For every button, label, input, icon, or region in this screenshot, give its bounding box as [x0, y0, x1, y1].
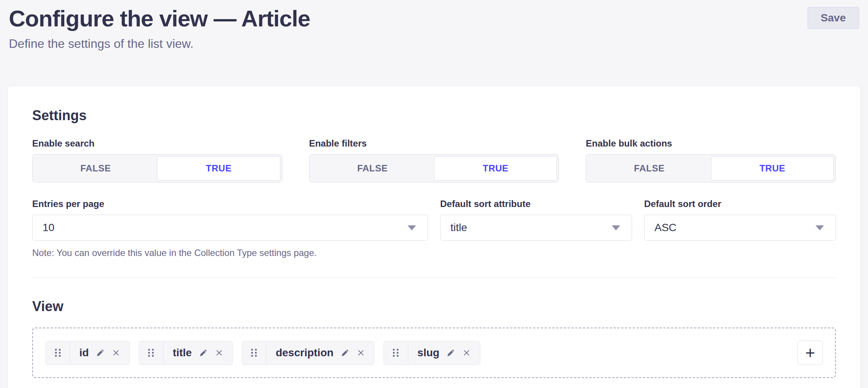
save-button[interactable]: Save: [807, 7, 859, 29]
field-pill-label: title: [173, 347, 192, 359]
drag-dots-icon: [391, 348, 400, 358]
close-icon: [215, 349, 223, 357]
section-divider: [32, 277, 836, 278]
dropdown-caret-icon: [408, 225, 416, 230]
enable-bulk-actions-true-option[interactable]: TRUE: [711, 156, 834, 181]
page-subtitle: Define the settings of the list view.: [9, 37, 310, 51]
remove-field-button[interactable]: [357, 349, 365, 357]
view-section-heading: View: [32, 298, 836, 315]
field-pill-title: title: [139, 341, 233, 365]
default-sort-attribute-value: title: [450, 222, 467, 234]
edit-field-button[interactable]: [199, 348, 208, 357]
drag-handle[interactable]: [384, 341, 408, 364]
enable-bulk-actions-toggle: FALSE TRUE: [586, 154, 836, 183]
enable-bulk-actions-field: Enable bulk actions FALSE TRUE: [586, 138, 836, 183]
view-fields-dropzone: id title: [32, 328, 836, 378]
pill-body: description: [267, 341, 374, 364]
enable-search-field: Enable search FALSE TRUE: [32, 138, 282, 183]
field-pill-label: slug: [418, 347, 440, 359]
page-header-text: Configure the view — Article Define the …: [9, 6, 310, 51]
enable-search-toggle: FALSE TRUE: [32, 154, 282, 183]
plus-icon: +: [805, 344, 815, 361]
selects-row: Entries per page 10 Note: You can overri…: [32, 199, 836, 258]
enable-filters-field: Enable filters FALSE TRUE: [309, 138, 559, 183]
pencil-icon: [96, 348, 105, 357]
default-sort-attribute-select[interactable]: title: [440, 215, 632, 241]
close-icon: [112, 349, 120, 357]
enable-bulk-actions-label: Enable bulk actions: [586, 138, 836, 149]
edit-field-button[interactable]: [341, 348, 350, 357]
entries-per-page-value: 10: [43, 222, 54, 234]
close-icon: [357, 349, 365, 357]
enable-filters-toggle: FALSE TRUE: [309, 154, 559, 183]
toggles-row: Enable search FALSE TRUE Enable filters …: [32, 138, 836, 183]
pill-body: slug: [408, 341, 480, 364]
drag-handle[interactable]: [46, 341, 70, 364]
entries-per-page-field: Entries per page 10 Note: You can overri…: [32, 199, 428, 258]
pencil-icon: [199, 348, 208, 357]
dropdown-caret-icon: [816, 225, 824, 230]
pencil-icon: [446, 348, 455, 357]
enable-filters-label: Enable filters: [309, 138, 559, 149]
drag-handle[interactable]: [139, 341, 164, 364]
edit-field-button[interactable]: [96, 348, 105, 357]
entries-per-page-note: Note: You can override this value in the…: [32, 248, 428, 258]
default-sort-order-label: Default sort order: [644, 199, 836, 209]
entries-per-page-label: Entries per page: [32, 199, 428, 209]
field-pill-slug: slug: [383, 341, 481, 365]
drag-handle[interactable]: [242, 341, 267, 364]
remove-field-button[interactable]: [112, 349, 120, 357]
page-title: Configure the view — Article: [9, 6, 310, 31]
pill-body: id: [70, 341, 129, 364]
settings-card: Settings Enable search FALSE TRUE Enable…: [8, 86, 860, 388]
enable-search-label: Enable search: [32, 138, 282, 149]
field-pill-id: id: [45, 341, 130, 365]
default-sort-attribute-label: Default sort attribute: [440, 199, 632, 209]
remove-field-button[interactable]: [462, 349, 471, 357]
enable-search-false-option[interactable]: FALSE: [34, 156, 157, 181]
entries-per-page-select[interactable]: 10: [32, 215, 428, 241]
enable-search-true-option[interactable]: TRUE: [157, 156, 280, 181]
default-sort-order-value: ASC: [655, 222, 677, 234]
edit-field-button[interactable]: [446, 348, 455, 357]
drag-dots-icon: [54, 348, 62, 358]
pill-body: title: [164, 341, 233, 364]
dropdown-caret-icon: [612, 225, 620, 230]
enable-filters-false-option[interactable]: FALSE: [311, 156, 434, 181]
settings-section-heading: Settings: [32, 108, 836, 124]
page-header: Configure the view — Article Define the …: [0, 0, 868, 51]
field-pill-label: id: [79, 347, 89, 359]
enable-filters-true-option[interactable]: TRUE: [434, 156, 557, 181]
field-pill-label: description: [276, 347, 334, 359]
default-sort-order-select[interactable]: ASC: [644, 215, 836, 241]
add-field-button[interactable]: +: [798, 341, 823, 365]
pencil-icon: [341, 348, 350, 357]
default-sort-attribute-field: Default sort attribute title: [440, 199, 632, 258]
field-pill-description: description: [242, 341, 375, 365]
close-icon: [462, 349, 471, 357]
enable-bulk-actions-false-option[interactable]: FALSE: [588, 156, 711, 181]
drag-dots-icon: [250, 348, 258, 358]
drag-dots-icon: [147, 348, 155, 358]
remove-field-button[interactable]: [215, 349, 223, 357]
default-sort-order-field: Default sort order ASC: [644, 199, 836, 258]
